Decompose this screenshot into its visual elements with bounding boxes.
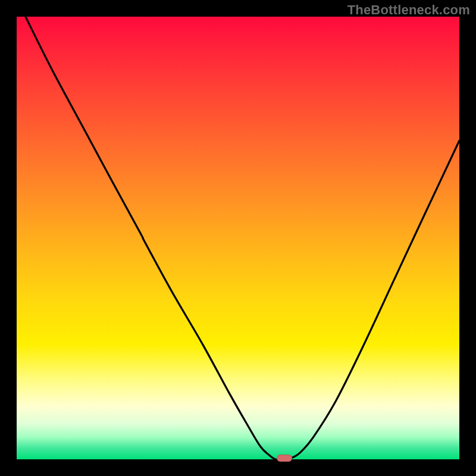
watermark-text: TheBottleneck.com bbox=[347, 2, 470, 18]
optimum-marker bbox=[277, 455, 292, 462]
chart-plot-area bbox=[17, 17, 459, 459]
bottleneck-curve bbox=[17, 17, 459, 459]
chart-frame: TheBottleneck.com bbox=[0, 0, 476, 476]
